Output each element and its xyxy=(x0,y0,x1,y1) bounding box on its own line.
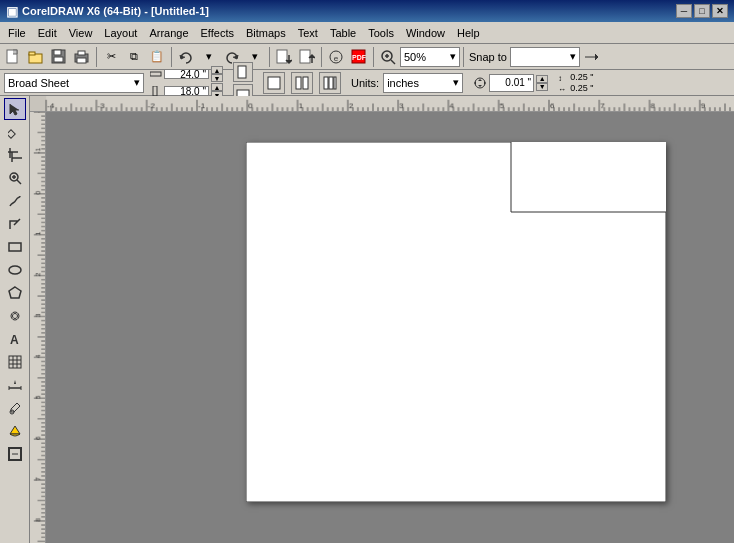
selector-tool[interactable] xyxy=(4,98,26,120)
page-shape xyxy=(246,142,666,502)
menu-window[interactable]: Window xyxy=(400,25,451,41)
ruler-horizontal xyxy=(30,96,734,112)
text-tool[interactable]: A xyxy=(4,328,26,350)
nudge-arrows: ▲ ▼ xyxy=(536,75,548,91)
facing-pages-button[interactable] xyxy=(291,72,313,94)
pdf-button[interactable]: PDF xyxy=(348,46,370,68)
print-button[interactable] xyxy=(71,46,93,68)
ruler-v-canvas xyxy=(30,112,45,543)
single-page-button[interactable] xyxy=(263,72,285,94)
toolbar2: Broad Sheet ▾ ▲ ▼ ▲ ▼ xyxy=(0,70,734,96)
import-button[interactable] xyxy=(273,46,295,68)
width-down[interactable]: ▼ xyxy=(211,74,223,82)
svg-rect-22 xyxy=(150,72,161,76)
width-up[interactable]: ▲ xyxy=(211,66,223,74)
width-icon xyxy=(150,69,162,79)
menu-edit[interactable]: Edit xyxy=(32,25,63,41)
page-size-dropdown[interactable]: Broad Sheet ▾ xyxy=(4,73,144,93)
export-button[interactable] xyxy=(296,46,318,68)
spiral-tool[interactable] xyxy=(4,305,26,327)
maximize-button[interactable]: □ xyxy=(694,4,710,18)
separator6 xyxy=(463,47,464,67)
separator2 xyxy=(171,47,172,67)
smart-draw-tool[interactable] xyxy=(4,213,26,235)
freehand-tool[interactable] xyxy=(4,190,26,212)
nudge-down[interactable]: ▼ xyxy=(536,83,548,91)
menu-bar: File Edit View Layout Arrange Effects Bi… xyxy=(0,22,734,44)
page-type-buttons xyxy=(259,72,341,94)
zoom-tool[interactable] xyxy=(4,167,26,189)
eyedropper-tool[interactable] xyxy=(4,397,26,419)
units-label: Units: xyxy=(351,77,379,89)
fill-tool[interactable] xyxy=(4,420,26,442)
zoom-in-button[interactable] xyxy=(377,46,399,68)
menu-effects[interactable]: Effects xyxy=(195,25,240,41)
parallel-dim-tool[interactable] xyxy=(4,374,26,396)
width-input[interactable] xyxy=(164,69,209,79)
rectangle-tool[interactable] xyxy=(4,236,26,258)
svg-text:e: e xyxy=(334,54,339,63)
paste-button[interactable]: 📋 xyxy=(146,46,168,68)
separator5 xyxy=(373,47,374,67)
height-input[interactable] xyxy=(164,86,209,96)
svg-rect-35 xyxy=(8,130,15,138)
svg-rect-29 xyxy=(324,77,328,89)
menu-bitmaps[interactable]: Bitmaps xyxy=(240,25,292,41)
svg-rect-9 xyxy=(277,50,287,63)
corner1-value: 0.25 " xyxy=(570,72,593,82)
svg-rect-24 xyxy=(238,66,246,78)
zoom-dropdown[interactable]: 50% ▾ xyxy=(400,47,460,67)
separator3 xyxy=(269,47,270,67)
portrait-button[interactable] xyxy=(233,62,253,82)
nudge-input[interactable] xyxy=(489,74,534,92)
polygon-tool[interactable] xyxy=(4,282,26,304)
ruler-vertical xyxy=(30,112,46,543)
outline-tool[interactable] xyxy=(4,443,26,465)
svg-rect-28 xyxy=(303,77,308,89)
height-up[interactable]: ▲ xyxy=(211,83,223,91)
canvas-wrapper xyxy=(30,96,734,543)
separator1 xyxy=(96,47,97,67)
copy-button[interactable]: ⧉ xyxy=(123,46,145,68)
multi-page-button[interactable] xyxy=(319,72,341,94)
svg-marker-46 xyxy=(9,287,21,298)
svg-rect-2 xyxy=(29,52,35,55)
svg-rect-11 xyxy=(300,50,310,63)
menu-tools[interactable]: Tools xyxy=(362,25,400,41)
close-button[interactable]: ✕ xyxy=(712,4,728,18)
menu-table[interactable]: Table xyxy=(324,25,362,41)
menu-help[interactable]: Help xyxy=(451,25,486,41)
table-tool[interactable] xyxy=(4,351,26,373)
open-button[interactable] xyxy=(25,46,47,68)
crop-tool[interactable] xyxy=(4,144,26,166)
snap-icon[interactable] xyxy=(581,46,603,68)
new-button[interactable] xyxy=(2,46,24,68)
shape-edit-tool[interactable] xyxy=(4,121,26,143)
svg-point-45 xyxy=(9,266,21,274)
svg-line-41 xyxy=(17,180,21,184)
minimize-button[interactable]: ─ xyxy=(676,4,692,18)
svg-rect-27 xyxy=(296,77,301,89)
undo-dropdown[interactable]: ▾ xyxy=(198,46,220,68)
width-arrows: ▲ ▼ xyxy=(211,66,223,82)
nudge-up[interactable]: ▲ xyxy=(536,75,548,83)
save-button[interactable] xyxy=(48,46,70,68)
svg-rect-31 xyxy=(334,77,336,89)
ellipse-tool[interactable] xyxy=(4,259,26,281)
corner2-row: ↔ 0.25 " xyxy=(558,83,593,93)
undo-button[interactable] xyxy=(175,46,197,68)
page-white xyxy=(246,142,666,502)
menu-arrange[interactable]: Arrange xyxy=(143,25,194,41)
zoom-value: 50% xyxy=(404,51,426,63)
snap-dropdown[interactable]: ▾ xyxy=(510,47,580,67)
title-controls: ─ □ ✕ xyxy=(676,4,728,18)
page-dimensions: ▲ ▼ ▲ ▼ xyxy=(150,66,223,99)
canvas-area[interactable] xyxy=(46,112,734,543)
units-dropdown[interactable]: inches ▾ xyxy=(383,73,463,93)
menu-layout[interactable]: Layout xyxy=(98,25,143,41)
publish-button[interactable]: e xyxy=(325,46,347,68)
menu-file[interactable]: File xyxy=(2,25,32,41)
menu-text[interactable]: Text xyxy=(292,25,324,41)
cut-button[interactable]: ✂ xyxy=(100,46,122,68)
menu-view[interactable]: View xyxy=(63,25,99,41)
